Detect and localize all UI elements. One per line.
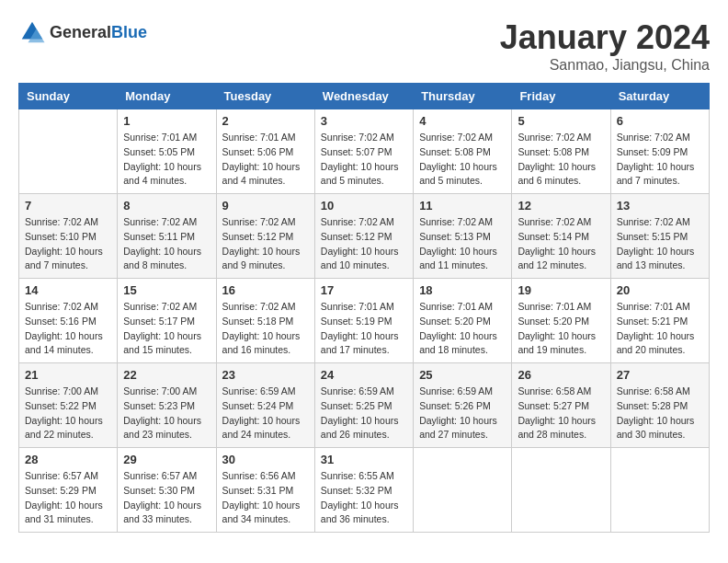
day-info: Sunrise: 7:02 AM Sunset: 5:08 PM Dayligh…	[419, 131, 506, 189]
calendar-cell	[414, 448, 512, 533]
calendar-cell: 1Sunrise: 7:01 AM Sunset: 5:05 PM Daylig…	[118, 109, 216, 194]
day-info: Sunrise: 7:02 AM Sunset: 5:13 PM Dayligh…	[419, 215, 506, 273]
calendar-cell: 19Sunrise: 7:01 AM Sunset: 5:20 PM Dayli…	[512, 279, 610, 363]
col-header-friday: Friday	[512, 84, 610, 109]
calendar-cell: 5Sunrise: 7:02 AM Sunset: 5:08 PM Daylig…	[512, 109, 610, 194]
calendar-cell: 13Sunrise: 7:02 AM Sunset: 5:15 PM Dayli…	[610, 194, 709, 279]
calendar-cell: 21Sunrise: 7:00 AM Sunset: 5:22 PM Dayli…	[19, 363, 118, 448]
calendar-cell: 23Sunrise: 6:59 AM Sunset: 5:24 PM Dayli…	[216, 363, 314, 448]
day-info: Sunrise: 7:02 AM Sunset: 5:12 PM Dayligh…	[222, 215, 309, 273]
calendar-cell: 31Sunrise: 6:55 AM Sunset: 5:32 PM Dayli…	[314, 448, 413, 533]
day-info: Sunrise: 7:00 AM Sunset: 5:22 PM Dayligh…	[25, 385, 111, 442]
day-info: Sunrise: 7:02 AM Sunset: 5:08 PM Dayligh…	[518, 131, 604, 189]
day-info: Sunrise: 7:02 AM Sunset: 5:10 PM Dayligh…	[25, 215, 111, 273]
day-info: Sunrise: 7:01 AM Sunset: 5:06 PM Dayligh…	[222, 131, 309, 189]
col-header-tuesday: Tuesday	[216, 84, 314, 109]
day-number: 7	[25, 199, 111, 213]
day-info: Sunrise: 6:57 AM Sunset: 5:29 PM Dayligh…	[25, 469, 111, 527]
month-title: January 2024	[500, 18, 710, 57]
day-number: 13	[617, 199, 703, 213]
calendar-cell	[512, 448, 610, 533]
calendar-cell: 8Sunrise: 7:02 AM Sunset: 5:11 PM Daylig…	[118, 194, 216, 279]
day-number: 6	[617, 114, 703, 128]
calendar-cell: 27Sunrise: 6:58 AM Sunset: 5:28 PM Dayli…	[610, 363, 709, 448]
day-info: Sunrise: 7:02 AM Sunset: 5:17 PM Dayligh…	[123, 300, 210, 358]
day-number: 15	[123, 283, 210, 297]
day-number: 31	[321, 453, 407, 466]
calendar-cell: 14Sunrise: 7:02 AM Sunset: 5:16 PM Dayli…	[19, 279, 118, 363]
day-number: 23	[222, 368, 309, 382]
day-number: 25	[419, 368, 506, 382]
day-number: 10	[321, 199, 407, 213]
day-number: 26	[518, 368, 604, 382]
day-info: Sunrise: 6:58 AM Sunset: 5:27 PM Dayligh…	[518, 385, 604, 442]
day-info: Sunrise: 6:56 AM Sunset: 5:31 PM Dayligh…	[222, 469, 309, 527]
day-info: Sunrise: 7:02 AM Sunset: 5:14 PM Dayligh…	[518, 215, 604, 273]
day-number: 3	[321, 114, 407, 128]
week-row-4: 21Sunrise: 7:00 AM Sunset: 5:22 PM Dayli…	[19, 363, 710, 448]
day-number: 5	[518, 114, 604, 128]
day-number: 4	[419, 114, 506, 128]
calendar-cell: 11Sunrise: 7:02 AM Sunset: 5:13 PM Dayli…	[414, 194, 512, 279]
logo-text: GeneralBlue	[50, 23, 147, 42]
logo-icon	[18, 18, 46, 46]
day-number: 19	[518, 283, 604, 297]
day-info: Sunrise: 7:02 AM Sunset: 5:12 PM Dayligh…	[321, 215, 407, 273]
day-info: Sunrise: 7:01 AM Sunset: 5:19 PM Dayligh…	[321, 300, 407, 358]
day-info: Sunrise: 6:59 AM Sunset: 5:25 PM Dayligh…	[321, 385, 407, 442]
day-number: 9	[222, 199, 309, 213]
logo-blue: Blue	[111, 23, 147, 41]
col-header-sunday: Sunday	[19, 84, 118, 109]
calendar-cell: 29Sunrise: 6:57 AM Sunset: 5:30 PM Dayli…	[118, 448, 216, 533]
week-row-1: 1Sunrise: 7:01 AM Sunset: 5:05 PM Daylig…	[19, 109, 710, 194]
calendar-cell: 2Sunrise: 7:01 AM Sunset: 5:06 PM Daylig…	[216, 109, 314, 194]
day-number: 20	[617, 283, 703, 297]
day-info: Sunrise: 7:02 AM Sunset: 5:11 PM Dayligh…	[123, 215, 210, 273]
day-info: Sunrise: 6:57 AM Sunset: 5:30 PM Dayligh…	[123, 469, 210, 527]
calendar-cell: 28Sunrise: 6:57 AM Sunset: 5:29 PM Dayli…	[19, 448, 118, 533]
day-info: Sunrise: 7:01 AM Sunset: 5:21 PM Dayligh…	[617, 300, 703, 358]
calendar-cell: 16Sunrise: 7:02 AM Sunset: 5:18 PM Dayli…	[216, 279, 314, 363]
day-number: 1	[123, 114, 210, 128]
calendar-cell: 24Sunrise: 6:59 AM Sunset: 5:25 PM Dayli…	[314, 363, 413, 448]
day-info: Sunrise: 7:01 AM Sunset: 5:05 PM Dayligh…	[123, 131, 210, 189]
day-info: Sunrise: 6:58 AM Sunset: 5:28 PM Dayligh…	[617, 385, 703, 442]
calendar-cell: 30Sunrise: 6:56 AM Sunset: 5:31 PM Dayli…	[216, 448, 314, 533]
title-area: January 2024 Sanmao, Jiangsu, China	[500, 18, 710, 74]
day-info: Sunrise: 7:00 AM Sunset: 5:23 PM Dayligh…	[123, 385, 210, 442]
day-info: Sunrise: 6:59 AM Sunset: 5:26 PM Dayligh…	[419, 385, 506, 442]
page-header: GeneralBlue January 2024 Sanmao, Jiangsu…	[18, 18, 710, 74]
calendar-cell: 7Sunrise: 7:02 AM Sunset: 5:10 PM Daylig…	[19, 194, 118, 279]
day-number: 27	[617, 368, 703, 382]
day-number: 17	[321, 283, 407, 297]
day-number: 24	[321, 368, 407, 382]
day-number: 12	[518, 199, 604, 213]
calendar-cell: 6Sunrise: 7:02 AM Sunset: 5:09 PM Daylig…	[610, 109, 709, 194]
calendar-cell: 10Sunrise: 7:02 AM Sunset: 5:12 PM Dayli…	[314, 194, 413, 279]
week-row-5: 28Sunrise: 6:57 AM Sunset: 5:29 PM Dayli…	[19, 448, 710, 533]
day-info: Sunrise: 7:01 AM Sunset: 5:20 PM Dayligh…	[419, 300, 506, 358]
day-number: 29	[123, 453, 210, 466]
calendar-cell: 17Sunrise: 7:01 AM Sunset: 5:19 PM Dayli…	[314, 279, 413, 363]
week-row-3: 14Sunrise: 7:02 AM Sunset: 5:16 PM Dayli…	[19, 279, 710, 363]
day-number: 22	[123, 368, 210, 382]
calendar-cell: 15Sunrise: 7:02 AM Sunset: 5:17 PM Dayli…	[118, 279, 216, 363]
calendar-cell: 26Sunrise: 6:58 AM Sunset: 5:27 PM Dayli…	[512, 363, 610, 448]
calendar-cell	[19, 109, 118, 194]
day-number: 11	[419, 199, 506, 213]
logo-general: General	[50, 23, 111, 41]
day-info: Sunrise: 7:02 AM Sunset: 5:15 PM Dayligh…	[617, 215, 703, 273]
day-number: 16	[222, 283, 309, 297]
day-number: 14	[25, 283, 111, 297]
day-number: 2	[222, 114, 309, 128]
day-number: 30	[222, 453, 309, 466]
calendar-cell: 25Sunrise: 6:59 AM Sunset: 5:26 PM Dayli…	[414, 363, 512, 448]
col-header-thursday: Thursday	[414, 84, 512, 109]
location-title: Sanmao, Jiangsu, China	[500, 57, 710, 74]
calendar-cell	[610, 448, 709, 533]
day-number: 8	[123, 199, 210, 213]
calendar-cell: 12Sunrise: 7:02 AM Sunset: 5:14 PM Dayli…	[512, 194, 610, 279]
calendar-header-row: SundayMondayTuesdayWednesdayThursdayFrid…	[19, 84, 710, 109]
day-number: 18	[419, 283, 506, 297]
calendar-cell: 20Sunrise: 7:01 AM Sunset: 5:21 PM Dayli…	[610, 279, 709, 363]
